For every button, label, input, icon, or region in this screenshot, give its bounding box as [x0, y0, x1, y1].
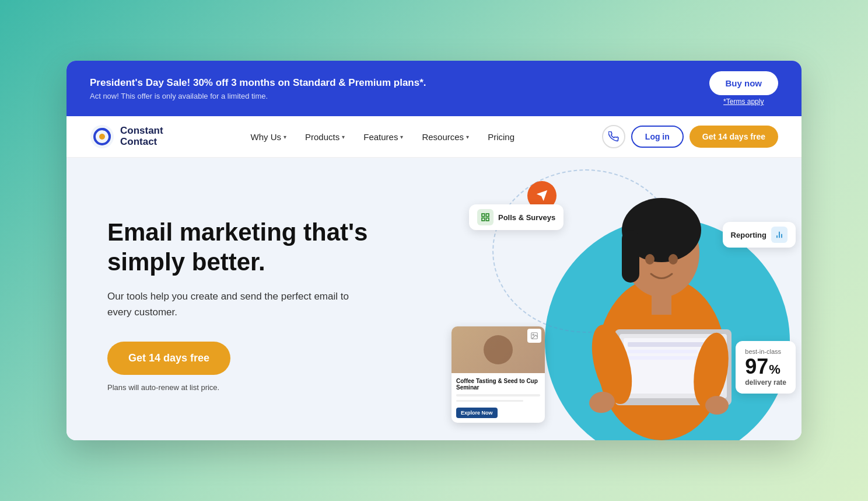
svg-point-8	[645, 254, 654, 265]
auto-renew-text: Plans will auto-renew at list price.	[107, 383, 405, 392]
promo-subtext: Act now! This offer is only available fo…	[90, 92, 426, 100]
login-button[interactable]: Log in	[631, 126, 684, 148]
svg-point-2	[99, 134, 105, 140]
send-icon	[536, 189, 548, 202]
woman-illustration	[556, 160, 766, 440]
terms-link[interactable]: *Terms apply	[723, 98, 764, 106]
chevron-down-icon: ▾	[400, 134, 403, 140]
logo-area[interactable]: Constant Contact	[90, 124, 163, 149]
nav-links: Why Us ▾ Products ▾ Features ▾ Resources…	[244, 127, 522, 147]
polls-surveys-card: Polls & Surveys	[469, 204, 564, 230]
delivery-rate-card: best-in-class 97 % delivery rate	[736, 341, 796, 394]
reporting-icon	[771, 227, 788, 243]
chevron-down-icon: ▾	[342, 134, 345, 140]
email-preview-image	[452, 326, 545, 373]
chevron-down-icon: ▾	[466, 134, 469, 140]
cta-button[interactable]: Get 14 days free	[107, 342, 230, 375]
delivery-sub: delivery rate	[745, 378, 786, 387]
trial-button[interactable]: Get 14 days free	[690, 126, 778, 148]
image-icon	[530, 332, 538, 340]
svg-rect-6	[622, 230, 639, 283]
email-preview-title: Coffee Tasting & Seed to Cup Seminar	[456, 378, 540, 391]
reporting-label: Reporting	[731, 231, 766, 239]
nav-item-why-us[interactable]: Why Us ▾	[244, 127, 294, 147]
hero-left: Email marketing that's simply better. Ou…	[66, 158, 434, 440]
nav-item-features[interactable]: Features ▾	[356, 127, 410, 147]
svg-rect-7	[652, 291, 671, 315]
hero-headline: Email marketing that's simply better.	[107, 218, 405, 277]
svg-point-25	[533, 334, 534, 335]
delivery-percent: %	[769, 362, 780, 377]
hero-right: Polls & Surveys Reporting best-in-class …	[434, 158, 802, 440]
svg-rect-23	[486, 218, 489, 221]
polls-label: Polls & Surveys	[498, 213, 555, 222]
svg-point-19	[705, 396, 729, 415]
delivery-number: 97	[745, 356, 768, 377]
nav-actions: Log in Get 14 days free	[602, 125, 778, 148]
svg-rect-14	[628, 350, 698, 353]
hero-section: Email marketing that's simply better. Ou…	[66, 158, 802, 440]
nav-item-pricing[interactable]: Pricing	[481, 127, 522, 147]
promo-headline: President's Day Sale! 30% off 3 months o…	[90, 76, 426, 89]
browser-window: President's Day Sale! 30% off 3 months o…	[66, 61, 802, 440]
chevron-down-icon: ▾	[284, 134, 286, 140]
phone-button[interactable]	[602, 125, 625, 148]
promo-banner: President's Day Sale! 30% off 3 months o…	[66, 61, 802, 116]
promo-text-block: President's Day Sale! 30% off 3 months o…	[90, 76, 426, 100]
svg-rect-21	[486, 214, 489, 217]
nav-item-products[interactable]: Products ▾	[298, 127, 352, 147]
phone-icon	[608, 131, 619, 142]
banner-right: Buy now *Terms apply	[709, 71, 779, 106]
email-explore-button[interactable]: Explore Now	[456, 408, 498, 418]
polls-icon	[477, 209, 494, 225]
svg-point-9	[668, 254, 678, 265]
email-preview-card: Coffee Tasting & Seed to Cup Seminar Exp…	[452, 326, 545, 423]
coffee-image	[484, 335, 513, 364]
svg-rect-20	[482, 214, 485, 217]
nav-item-resources[interactable]: Resources ▾	[415, 127, 476, 147]
logo-text: Constant Contact	[120, 126, 163, 147]
reporting-card: Reporting	[723, 222, 796, 248]
navbar: Constant Contact Why Us ▾ Products ▾ Fea…	[66, 116, 802, 158]
email-preview-body: Coffee Tasting & Seed to Cup Seminar Exp…	[452, 373, 545, 423]
logo-icon	[90, 124, 114, 149]
buy-now-button[interactable]: Buy now	[709, 71, 779, 95]
svg-rect-22	[482, 218, 485, 221]
hero-subtext: Our tools help you create and send the p…	[107, 288, 352, 320]
